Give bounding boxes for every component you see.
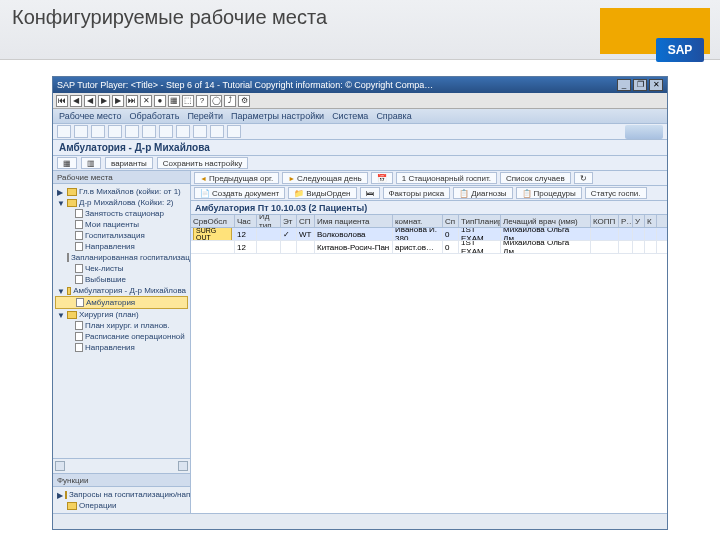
prev-button[interactable]: ◀ xyxy=(84,95,96,107)
close-button[interactable]: ✕ xyxy=(649,79,663,91)
tree-node[interactable]: ▼Д-р Михайлова (Койки: 2) xyxy=(55,197,188,208)
tree-node[interactable]: Направления xyxy=(55,342,188,353)
help-icon[interactable]: ? xyxy=(196,95,208,107)
column-header[interactable]: Ид тип xyxy=(257,215,281,227)
viewdoc-button[interactable]: 📁 ВидыОрден xyxy=(288,187,356,199)
tree-node[interactable]: Чек-листы xyxy=(55,263,188,274)
create-doc-button[interactable]: 📄 Создать документ xyxy=(194,187,285,199)
patient-grid[interactable]: СрвОбслЧасИд типЭтСПИмя пациентакомнат.С… xyxy=(191,215,667,254)
column-header[interactable]: Лечащий врач (имя) xyxy=(501,215,591,227)
tree-node[interactable]: Амбулатория xyxy=(55,296,188,309)
screen-icon[interactable]: ⬚ xyxy=(182,95,194,107)
tree-node[interactable]: ▶Запросы на госпитализацию/направлен. xyxy=(55,489,188,500)
scroll-right-icon[interactable] xyxy=(178,461,188,471)
menu-edit[interactable]: Обработать xyxy=(130,111,180,121)
table-cell xyxy=(191,241,235,253)
tree-lower[interactable]: ▶Запросы на госпитализацию/направлен.Опе… xyxy=(53,487,190,513)
calendar-icon[interactable]: 📅 xyxy=(371,172,393,184)
tree-node[interactable]: Запланированная госпитализац. xyxy=(55,252,188,263)
scroll-left-icon[interactable] xyxy=(55,461,65,471)
table-cell: 12 xyxy=(235,228,257,240)
diagnosis-button[interactable]: 📋 Диагнозы xyxy=(453,187,512,199)
column-header[interactable]: ТипПланир xyxy=(459,215,501,227)
last-button[interactable]: ⏭ xyxy=(126,95,138,107)
menu-goto[interactable]: Перейти xyxy=(187,111,223,121)
table-row[interactable]: SURG OUT12✓WTВолковоловаИванова И. 38001… xyxy=(191,228,667,241)
menu-settings[interactable]: Параметры настройки xyxy=(231,111,324,121)
table-cell: Михайлова Ольга Дм… xyxy=(501,228,591,240)
layout1-icon[interactable]: ▦ xyxy=(57,157,77,169)
tree-node[interactable]: Мои пациенты xyxy=(55,219,188,230)
riskfactors-button[interactable]: Факторы риска xyxy=(383,187,451,199)
prevpage-icon[interactable] xyxy=(193,125,207,138)
column-header[interactable]: комнат. xyxy=(393,215,443,227)
grid-icon[interactable]: ▦ xyxy=(168,95,180,107)
maximize-button[interactable]: ❐ xyxy=(633,79,647,91)
column-header[interactable]: СП xyxy=(297,215,315,227)
table-cell xyxy=(645,228,657,240)
minimize-button[interactable]: _ xyxy=(617,79,631,91)
tree-node[interactable]: Расписание операционной xyxy=(55,331,188,342)
main-split: Рабочие места ▶Гл.в Михайлов (койки: от … xyxy=(53,171,667,513)
next-button[interactable]: ▶ xyxy=(112,95,124,107)
tree-node[interactable]: Госпитализация xyxy=(55,230,188,241)
table-cell: Иванова И. 380 xyxy=(393,228,443,240)
layout2-icon[interactable]: ▥ xyxy=(81,157,101,169)
prev-day-button[interactable]: Предыдущая орг. xyxy=(194,172,279,184)
back-icon[interactable] xyxy=(74,125,88,138)
export-icon[interactable]: ⤴ xyxy=(224,95,236,107)
firstpage-icon[interactable] xyxy=(176,125,190,138)
refresh-icon[interactable]: ↻ xyxy=(574,172,593,184)
save-settings-button[interactable]: Сохранить настройку xyxy=(157,157,248,169)
play-button[interactable]: ▶ xyxy=(98,95,110,107)
column-header[interactable]: КОПП xyxy=(591,215,619,227)
stationary-button[interactable]: 1 Стационарный госпит. xyxy=(396,172,497,184)
tree-node[interactable]: План хирург. и планов. xyxy=(55,320,188,331)
table-cell: SURG OUT xyxy=(191,228,235,240)
menu-system[interactable]: Система xyxy=(332,111,368,121)
table-cell: 1ST EXAM xyxy=(459,228,501,240)
column-header[interactable]: У xyxy=(633,215,645,227)
procedures-button[interactable]: 📋 Процедуры xyxy=(516,187,582,199)
bed-icon[interactable]: 🛏 xyxy=(360,187,380,199)
case-list-button[interactable]: Список случаев xyxy=(500,172,571,184)
stop-button[interactable]: ✕ xyxy=(140,95,152,107)
tree-node[interactable]: Выбывшие xyxy=(55,274,188,285)
tree-node[interactable]: ▼Хирургия (план) xyxy=(55,309,188,320)
tree-upper[interactable]: ▶Гл.в Михайлов (койки: от 1)▼Д-р Михайло… xyxy=(53,184,190,458)
menu-help[interactable]: Справка xyxy=(376,111,411,121)
next-day-button[interactable]: Следующая день xyxy=(282,172,368,184)
rewind-button[interactable]: ◀ xyxy=(70,95,82,107)
column-header[interactable]: Р… xyxy=(619,215,633,227)
gear-icon[interactable]: ⚙ xyxy=(238,95,250,107)
findnext-icon[interactable] xyxy=(159,125,173,138)
column-header[interactable]: Час xyxy=(235,215,257,227)
first-button[interactable]: ⏮ xyxy=(56,95,68,107)
status-button[interactable]: Статус госпи. xyxy=(585,187,647,199)
column-header[interactable]: Имя пациента xyxy=(315,215,393,227)
tree-node[interactable]: ▶Гл.в Михайлов (койки: от 1) xyxy=(55,186,188,197)
table-row[interactable]: 12Китанов-Росич-Панарист.ов…01ST EXAMМих… xyxy=(191,241,667,254)
tree-node[interactable]: Направления xyxy=(55,241,188,252)
circle-icon[interactable]: ◯ xyxy=(210,95,222,107)
print-icon[interactable] xyxy=(125,125,139,138)
find-icon[interactable] xyxy=(142,125,156,138)
column-header[interactable]: Эт xyxy=(281,215,297,227)
tree-node[interactable]: ▼Амбулатория - Д-р Михайлова xyxy=(55,285,188,296)
grid-title: Амбулатория Пт 10.10.03 (2 Пациенты) xyxy=(191,201,667,215)
exit-icon[interactable] xyxy=(91,125,105,138)
tree-node[interactable]: Занятость стационар xyxy=(55,208,188,219)
menu-workplace[interactable]: Рабочее место xyxy=(59,111,122,121)
record-icon[interactable]: ● xyxy=(154,95,166,107)
navigation-tree-panel: Рабочие места ▶Гл.в Михайлов (койки: от … xyxy=(53,171,191,513)
lastpage-icon[interactable] xyxy=(227,125,241,138)
column-header[interactable]: К xyxy=(645,215,657,227)
column-header[interactable]: Сп xyxy=(443,215,459,227)
table-cell: 0 xyxy=(443,241,459,253)
tree-node[interactable]: Операции xyxy=(55,500,188,511)
column-header[interactable]: СрвОбсл xyxy=(191,215,235,227)
cancel-icon[interactable] xyxy=(108,125,122,138)
nextpage-icon[interactable] xyxy=(210,125,224,138)
check-icon[interactable] xyxy=(57,125,71,138)
variants-button[interactable]: варианты xyxy=(105,157,153,169)
